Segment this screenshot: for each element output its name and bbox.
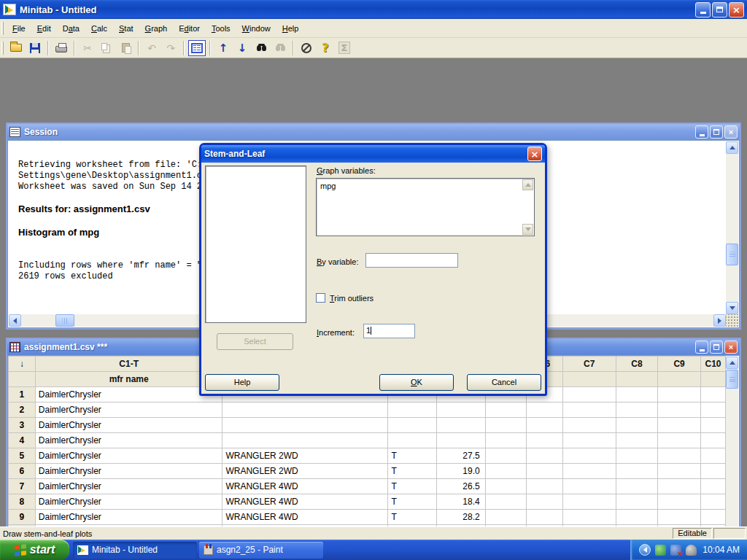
worksheet-cell[interactable] — [527, 494, 563, 510]
menu-editor[interactable]: Editor — [173, 21, 206, 36]
worksheet-cell[interactable]: 27.5 — [436, 448, 485, 464]
worksheet-cell[interactable] — [563, 464, 616, 479]
worksheet-cell[interactable]: T — [388, 464, 437, 479]
ok-button[interactable]: OK — [379, 374, 454, 391]
worksheet-cell[interactable] — [485, 479, 527, 494]
close-button[interactable]: × — [729, 2, 744, 18]
scroll-right-button[interactable] — [713, 314, 726, 327]
dialog-title-bar[interactable]: Stem-and-Leaf × — [201, 145, 545, 163]
arrow-up-icon[interactable]: ↑ — [214, 40, 232, 56]
worksheet-cell[interactable] — [527, 510, 563, 525]
worksheet-cell[interactable]: C1-T — [35, 357, 222, 372]
worksheet-cell[interactable] — [658, 510, 701, 525]
session-minimize-button[interactable] — [695, 125, 708, 139]
worksheet-cell[interactable] — [563, 402, 616, 418]
worksheet-cell[interactable] — [563, 372, 616, 387]
worksheet-cell[interactable] — [658, 494, 701, 510]
worksheet-cell[interactable] — [436, 433, 485, 448]
scroll-up-button[interactable] — [522, 179, 533, 190]
worksheet-cell[interactable] — [616, 464, 658, 479]
worksheet-cell[interactable] — [700, 479, 725, 494]
worksheet-cell[interactable]: T — [388, 479, 437, 494]
worksheet-cell[interactable]: 28.2 — [436, 510, 485, 525]
worksheet-cell[interactable]: 18.4 — [436, 494, 485, 510]
worksheet-cell[interactable] — [616, 510, 658, 525]
worksheet-cell[interactable] — [700, 448, 725, 464]
cancel-button[interactable]: Cancel — [467, 374, 541, 391]
worksheet-cell[interactable] — [658, 448, 701, 464]
worksheet-cell[interactable]: C8 — [616, 357, 658, 372]
help-button[interactable]: Help — [205, 374, 279, 391]
worksheet-cell[interactable] — [700, 510, 725, 525]
row-number-cell[interactable]: 3 — [9, 418, 36, 433]
worksheet-cell[interactable] — [527, 479, 563, 494]
menu-window[interactable]: Window — [236, 21, 276, 36]
worksheet-cell[interactable] — [616, 387, 658, 402]
worksheet-cell[interactable] — [616, 448, 658, 464]
worksheet-cell[interactable] — [700, 387, 725, 402]
worksheet-cell[interactable] — [527, 402, 563, 418]
start-button[interactable]: start — [0, 540, 69, 560]
cancel-icon[interactable] — [298, 40, 315, 56]
worksheet-cell[interactable] — [563, 479, 616, 494]
menu-calc[interactable]: Calc — [85, 21, 113, 36]
menu-tools[interactable]: Tools — [206, 21, 236, 36]
tray-icon-green[interactable] — [655, 545, 666, 556]
select-button[interactable]: Select — [217, 333, 293, 350]
worksheet-cell[interactable] — [616, 418, 658, 433]
worksheet-cell[interactable] — [527, 464, 563, 479]
worksheet-cell[interactable] — [563, 448, 616, 464]
worksheet-cell[interactable]: DaimlerChrysler — [35, 464, 222, 479]
worksheet-cell[interactable]: 26.5 — [436, 479, 485, 494]
worksheet-minimize-button[interactable] — [695, 341, 708, 354]
worksheet-cell[interactable]: mfr name — [35, 372, 222, 387]
project-manager-icon[interactable] — [188, 40, 206, 56]
worksheet-cell[interactable] — [485, 402, 527, 418]
paste-icon[interactable] — [117, 40, 134, 56]
arrow-down-icon[interactable]: ↓ — [233, 40, 251, 56]
worksheet-cell[interactable] — [388, 433, 437, 448]
worksheet-cell[interactable]: DaimlerChrysler — [35, 494, 222, 510]
worksheet-cell[interactable] — [485, 494, 527, 510]
worksheet-cell[interactable] — [222, 418, 388, 433]
worksheet-cell[interactable]: WRANGLER 2WD — [222, 448, 388, 464]
worksheet-cell[interactable] — [436, 402, 485, 418]
scroll-up-button[interactable] — [726, 357, 738, 369]
worksheet-cell[interactable] — [563, 433, 616, 448]
worksheet-cell[interactable] — [616, 433, 658, 448]
worksheet-cell[interactable] — [485, 418, 527, 433]
dialog-close-button[interactable]: × — [527, 147, 542, 161]
worksheet-cell[interactable]: C10 — [700, 357, 725, 372]
worksheet-cell[interactable] — [485, 448, 527, 464]
worksheet-cell[interactable] — [563, 418, 616, 433]
worksheet-cell[interactable]: T — [388, 494, 437, 510]
copy-icon[interactable] — [98, 40, 115, 56]
worksheet-cell[interactable] — [527, 418, 563, 433]
worksheet-cell[interactable] — [616, 479, 658, 494]
row-number-cell[interactable]: 1 — [9, 387, 36, 402]
undo-icon[interactable]: ↶ — [143, 40, 160, 56]
worksheet-cell[interactable] — [700, 402, 725, 418]
menu-stat[interactable]: Stat — [113, 21, 139, 36]
scroll-down-button[interactable] — [726, 302, 738, 314]
print-icon[interactable] — [53, 40, 70, 56]
worksheet-cell[interactable]: WRANGLER 4WD — [222, 479, 388, 494]
worksheet-cell[interactable] — [222, 402, 388, 418]
worksheet-cell[interactable] — [563, 387, 616, 402]
restore-button[interactable] — [712, 2, 727, 18]
worksheet-cell[interactable]: 19.0 — [436, 464, 485, 479]
session-maximize-button[interactable] — [710, 125, 723, 139]
help-icon[interactable]: ? — [317, 40, 334, 56]
worksheet-cell[interactable] — [485, 433, 527, 448]
worksheet-close-button[interactable]: × — [724, 341, 738, 354]
worksheet-cell[interactable] — [616, 372, 658, 387]
worksheet-cell[interactable] — [222, 433, 388, 448]
worksheet-cell[interactable]: WRANGLER 4WD — [222, 510, 388, 525]
scroll-thumb[interactable] — [55, 314, 74, 327]
worksheet-cell[interactable]: DaimlerChrysler — [35, 402, 222, 418]
worksheet-cell[interactable] — [658, 402, 701, 418]
worksheet-cell[interactable] — [700, 372, 725, 387]
menu-graph[interactable]: Graph — [139, 21, 174, 36]
worksheet-cell[interactable]: WRANGLER 2WD — [222, 464, 388, 479]
variable-listbox[interactable] — [205, 166, 306, 323]
